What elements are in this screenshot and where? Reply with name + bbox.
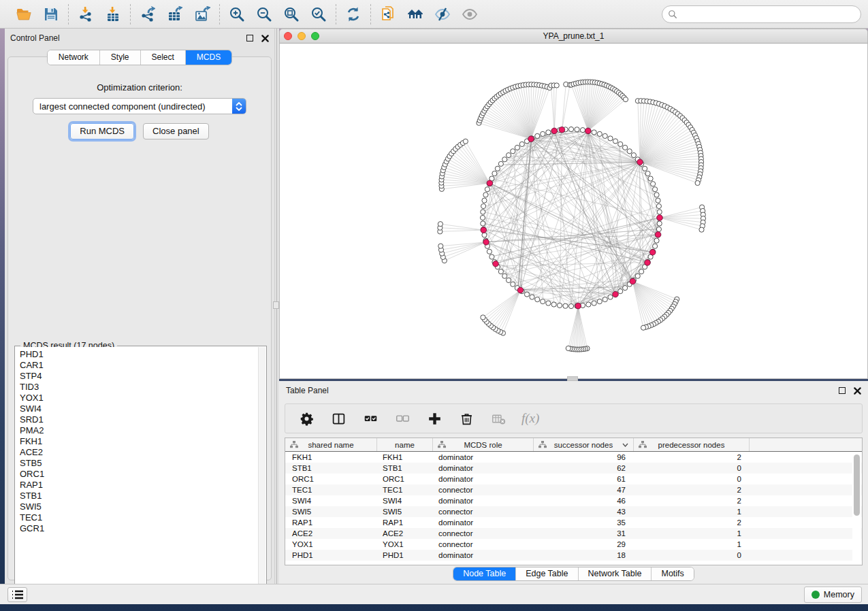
run-mcds-button[interactable]: Run MCDS bbox=[70, 123, 134, 139]
show-all-icon bbox=[461, 5, 479, 23]
show-columns-icon[interactable] bbox=[329, 410, 347, 427]
add-column-icon[interactable] bbox=[425, 410, 443, 427]
close-panel-button[interactable]: Close panel bbox=[143, 123, 209, 139]
table-row[interactable]: YOX1YOX1connector291 bbox=[285, 539, 862, 550]
export-table-icon[interactable] bbox=[166, 5, 184, 23]
zoom-selected-icon[interactable] bbox=[310, 5, 327, 23]
mcds-result-list[interactable]: PHD1CAR1STP4TID3YOX1SWI4SRD1PMA2FKH1ACE2… bbox=[16, 347, 258, 597]
result-gene[interactable]: SWI4 bbox=[20, 403, 258, 414]
table-row[interactable]: SWI4SWI4dominator462 bbox=[285, 495, 862, 506]
criterion-select[interactable]: largest connected component (undirected) bbox=[33, 98, 246, 114]
column-header-name[interactable]: name bbox=[377, 438, 433, 451]
float-table-panel-icon[interactable] bbox=[839, 387, 846, 394]
export-network-icon[interactable] bbox=[139, 5, 157, 23]
result-gene[interactable]: PHD1 bbox=[20, 349, 258, 360]
result-gene[interactable]: STB5 bbox=[20, 458, 258, 469]
search-icon bbox=[668, 10, 677, 19]
tab-edge-table[interactable]: Edge Table bbox=[516, 567, 578, 580]
result-gene[interactable]: STB1 bbox=[20, 491, 258, 501]
delete-column-icon[interactable] bbox=[457, 410, 475, 427]
main-toolbar bbox=[0, 0, 868, 29]
float-panel-icon[interactable] bbox=[246, 35, 253, 42]
table-row[interactable]: FKH1FKH1dominator962 bbox=[285, 452, 862, 463]
splitter-grip[interactable] bbox=[273, 301, 279, 309]
tab-node-table[interactable]: Node Table bbox=[453, 567, 516, 580]
result-gene[interactable]: ORC1 bbox=[20, 469, 258, 480]
result-gene[interactable]: FKH1 bbox=[20, 436, 258, 447]
table-row[interactable]: STB1STB1dominator620 bbox=[285, 463, 862, 474]
result-gene[interactable]: PMA2 bbox=[20, 425, 258, 436]
control-panel-title: Control Panel bbox=[10, 33, 60, 43]
table-scrollbar[interactable] bbox=[852, 453, 861, 564]
table-toolbar: f(x) bbox=[285, 403, 863, 433]
memory-status-icon bbox=[811, 591, 820, 599]
table-panel-title: Table Panel bbox=[286, 386, 329, 395]
zoom-fit-icon[interactable] bbox=[283, 5, 300, 23]
delete-table-icon bbox=[489, 410, 507, 427]
table-row[interactable]: ORC1ORC1dominator610 bbox=[285, 474, 862, 484]
table-header-row: shared namenameMCDS rolesuccessor nodesp… bbox=[285, 438, 862, 452]
control-panel: Control Panel NetworkStyleSelectMCDS Opt… bbox=[5, 29, 275, 584]
deselect-all-icon[interactable] bbox=[393, 410, 411, 427]
tab-network-table[interactable]: Network Table bbox=[579, 567, 652, 580]
control-panel-tabs: NetworkStyleSelectMCDS bbox=[5, 50, 274, 65]
column-header-MCDS-role[interactable]: MCDS role bbox=[433, 438, 534, 451]
table-row[interactable]: RAP1RAP1dominator352 bbox=[285, 517, 862, 528]
result-gene[interactable]: ACE2 bbox=[20, 447, 258, 458]
table-row[interactable]: SWI5SWI5connector431 bbox=[285, 506, 862, 517]
tab-style[interactable]: Style bbox=[100, 50, 141, 65]
tab-network[interactable]: Network bbox=[48, 50, 100, 65]
result-gene[interactable]: GCR1 bbox=[20, 523, 258, 534]
export-image-icon[interactable] bbox=[193, 5, 211, 23]
result-list-scrollbar[interactable] bbox=[258, 347, 266, 597]
result-gene[interactable]: TID3 bbox=[20, 382, 258, 393]
network-window-titlebar[interactable]: YPA_prune.txt_1 bbox=[279, 29, 868, 44]
table-settings-gear-icon[interactable] bbox=[298, 410, 315, 427]
table-panel-tabs: Node TableEdge TableNetwork TableMotifs bbox=[279, 567, 868, 581]
tab-motifs[interactable]: Motifs bbox=[652, 567, 693, 580]
open-file-icon[interactable] bbox=[15, 5, 33, 23]
import-table-icon[interactable] bbox=[104, 5, 122, 23]
memory-button[interactable]: Memory bbox=[804, 587, 862, 603]
result-gene[interactable]: SWI5 bbox=[20, 501, 258, 512]
column-header-shared-name[interactable]: shared name bbox=[285, 438, 377, 451]
function-builder-icon: f(x) bbox=[521, 411, 539, 426]
zoom-in-icon[interactable] bbox=[228, 5, 246, 23]
result-gene[interactable]: SRD1 bbox=[20, 414, 258, 425]
table-row[interactable]: ACE2ACE2connector311 bbox=[285, 528, 862, 539]
refresh-icon[interactable] bbox=[344, 5, 362, 23]
result-gene[interactable]: RAP1 bbox=[20, 480, 258, 491]
mcds-tab-content: Optimization criterion: largest connecte… bbox=[7, 56, 272, 580]
result-gene[interactable]: YOX1 bbox=[20, 393, 258, 403]
network-graph[interactable] bbox=[280, 44, 866, 378]
search-field[interactable] bbox=[662, 5, 861, 23]
save-session-icon[interactable] bbox=[42, 5, 60, 23]
table-panel: Table Panel f(x) shared namenameM bbox=[279, 381, 868, 584]
zoom-out-icon[interactable] bbox=[255, 5, 273, 23]
tab-mcds[interactable]: MCDS bbox=[186, 50, 231, 65]
task-history-button[interactable] bbox=[7, 587, 27, 602]
clone-network-icon[interactable] bbox=[379, 5, 397, 23]
houses-icon[interactable] bbox=[406, 5, 424, 23]
mcds-result-group: MCDS result (17 nodes) PHD1CAR1STP4TID3Y… bbox=[14, 346, 267, 599]
import-network-icon[interactable] bbox=[77, 5, 95, 23]
optimization-criterion-label: Optimization criterion: bbox=[8, 82, 271, 93]
close-table-panel-icon[interactable] bbox=[854, 387, 861, 395]
horizontal-splitter-grip[interactable] bbox=[567, 376, 578, 381]
network-canvas[interactable] bbox=[279, 44, 868, 379]
hide-selected-icon[interactable] bbox=[434, 5, 451, 23]
result-gene[interactable]: TEC1 bbox=[20, 512, 258, 523]
column-header-predecessor-nodes[interactable]: predecessor nodes bbox=[634, 438, 750, 451]
column-header-successor-nodes[interactable]: successor nodes bbox=[534, 438, 634, 451]
table-row[interactable]: TEC1TEC1connector472 bbox=[285, 484, 862, 495]
result-gene[interactable]: STP4 bbox=[20, 371, 258, 382]
search-input[interactable] bbox=[681, 10, 855, 19]
network-window-title: YPA_prune.txt_1 bbox=[280, 31, 867, 41]
select-all-icon[interactable] bbox=[361, 410, 379, 427]
select-stepper-icon bbox=[232, 99, 246, 114]
close-panel-icon[interactable] bbox=[261, 35, 269, 42]
tab-select[interactable]: Select bbox=[141, 50, 186, 65]
node-table[interactable]: shared namenameMCDS rolesuccessor nodesp… bbox=[285, 437, 863, 565]
result-gene[interactable]: CAR1 bbox=[20, 360, 258, 371]
table-row[interactable]: PHD1PHD1dominator180 bbox=[285, 550, 862, 561]
